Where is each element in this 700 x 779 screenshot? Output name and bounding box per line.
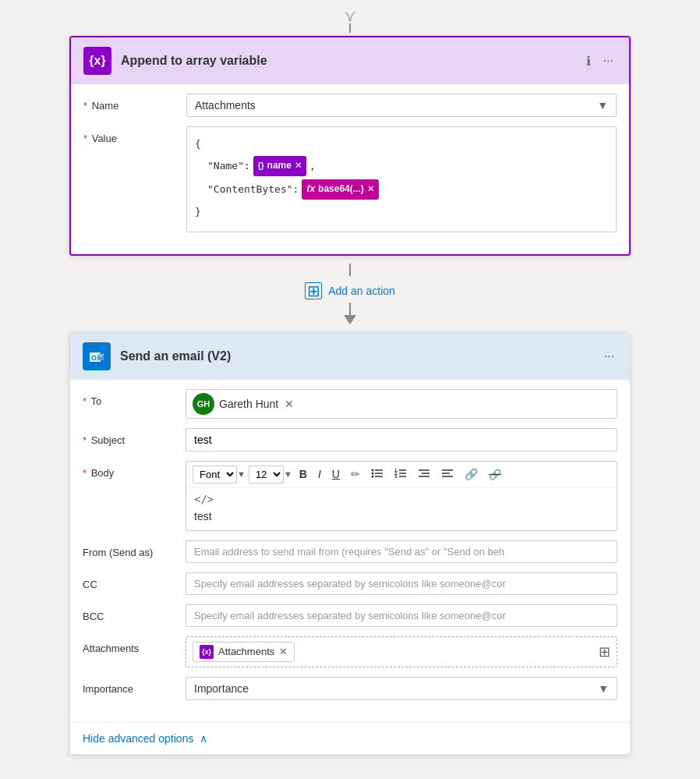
highlight-button[interactable]: ✏ — [347, 466, 364, 483]
editor-content[interactable]: test — [186, 507, 617, 530]
svg-text:O: O — [91, 354, 97, 362]
subject-input[interactable] — [186, 428, 617, 451]
subject-required-star: * — [83, 434, 87, 446]
add-action-button[interactable]: ⊞ Add an action — [305, 282, 395, 299]
append-more-button[interactable]: ··· — [600, 51, 617, 71]
value-line-name: "Name": {} name ✕ , — [195, 156, 608, 176]
append-card-body: * Name Attachments ▼ * Value — [71, 84, 629, 254]
name-token-close[interactable]: ✕ — [295, 158, 302, 174]
avatar-initials: GH — [197, 399, 210, 409]
email-card-actions: ··· — [601, 346, 617, 366]
body-field-row: * Body Font ▼ 12 ▼ — [83, 461, 617, 531]
numbered-list-icon: 1.2.3. — [394, 467, 407, 480]
to-input-area[interactable]: GH Gareth Hunt ✕ — [186, 389, 617, 419]
attachment-grid-icon[interactable]: ⊞ — [599, 643, 610, 660]
subject-field-input — [186, 428, 617, 451]
name-label: * Name — [83, 94, 177, 112]
from-field-row: From (Send as) Email address to send mai… — [83, 540, 617, 563]
font-size-select[interactable]: 12 — [249, 466, 284, 483]
cc-placeholder: Specify email addresses separated by sem… — [194, 578, 506, 590]
content-token-text: base64(...) — [318, 181, 364, 198]
connector-line-1 — [349, 264, 351, 276]
append-card-header: {x} Append to array variable ℹ ··· — [71, 37, 629, 84]
unlink-button[interactable]: 🔗 — [485, 466, 505, 483]
fork-connector-icon: ⋎ — [344, 8, 356, 25]
attachment-token: {x} Attachments ✕ — [193, 642, 295, 662]
cc-field-row: CC Specify email addresses separated by … — [83, 572, 617, 595]
bulleted-list-button[interactable] — [367, 465, 387, 484]
underline-button[interactable]: U — [328, 466, 344, 483]
add-action-label: Add an action — [328, 285, 395, 297]
subject-label: * Subject — [83, 428, 176, 446]
attachments-label: Attachments — [83, 636, 176, 654]
brace-open: { — [195, 135, 201, 153]
indent-left-button[interactable] — [414, 465, 434, 484]
attachments-field-input: {x} Attachments ✕ ⊞ — [186, 636, 617, 667]
indent-right-button[interactable] — [437, 465, 458, 484]
bold-button[interactable]: B — [295, 466, 311, 483]
font-select[interactable]: Font — [193, 466, 237, 483]
svg-point-10 — [371, 475, 373, 477]
svg-point-8 — [371, 472, 373, 474]
attachment-remove-button[interactable]: ✕ — [279, 646, 288, 657]
attachments-input[interactable]: {x} Attachments ✕ ⊞ — [186, 636, 617, 667]
link-button[interactable]: 🔗 — [461, 466, 482, 483]
bcc-placeholder: Specify email addresses separated by sem… — [194, 610, 506, 621]
recipient-avatar: GH — [193, 393, 214, 415]
name-token-icon: {} — [258, 159, 264, 173]
value-box[interactable]: { "Name": {} name ✕ , "Conte — [186, 126, 617, 232]
name-required-star: * — [83, 100, 87, 112]
body-editor[interactable]: Font ▼ 12 ▼ B I U ✏ — [186, 461, 617, 531]
brace-close: } — [195, 203, 201, 221]
cc-field-input: Specify email addresses separated by sem… — [186, 572, 617, 595]
body-label: * Body — [83, 461, 176, 479]
add-action-section: ⊞ Add an action — [305, 264, 395, 324]
append-card-title: Append to array variable — [121, 54, 574, 68]
name-key: "Name": — [207, 157, 250, 175]
name-dropdown-arrow: ▼ — [597, 99, 608, 112]
content-token-close[interactable]: ✕ — [367, 182, 374, 197]
name-comma: , — [309, 157, 316, 175]
name-dropdown[interactable]: Attachments ▼ — [186, 94, 617, 117]
value-required-star: * — [83, 133, 87, 144]
content-token[interactable]: fx base64(...) ✕ — [302, 179, 378, 200]
name-token[interactable]: {} name ✕ — [253, 156, 306, 176]
from-label: From (Send as) — [83, 540, 176, 558]
importance-dropdown-value: Importance — [194, 682, 249, 695]
connector-line-2 — [349, 303, 351, 315]
name-dropdown-value: Attachments — [195, 99, 256, 112]
content-key: "ContentBytes": — [207, 180, 299, 198]
append-info-button[interactable]: ℹ — [583, 51, 594, 72]
numbered-list-button[interactable]: 1.2.3. — [391, 465, 411, 484]
body-required-star: * — [83, 467, 87, 479]
value-line-open: { — [195, 135, 608, 153]
importance-field-row: Importance Importance ▼ — [83, 677, 617, 700]
hide-advanced-label: Hide advanced options — [83, 732, 193, 745]
from-input[interactable]: Email address to send mail from (require… — [186, 540, 617, 563]
italic-button[interactable]: I — [314, 466, 325, 483]
editor-code-indicator: </> — [186, 488, 617, 507]
hide-advanced-button[interactable]: Hide advanced options ∧ — [70, 722, 630, 754]
font-size-arrow: ▼ — [284, 469, 292, 479]
recipient-name: Gareth Hunt — [219, 398, 278, 410]
bcc-field-input: Specify email addresses separated by sem… — [186, 604, 617, 627]
add-action-icon: ⊞ — [305, 282, 322, 299]
to-label: * To — [83, 389, 176, 407]
cc-input[interactable]: Specify email addresses separated by sem… — [186, 572, 617, 595]
bcc-input[interactable]: Specify email addresses separated by sem… — [186, 604, 617, 627]
cc-label: CC — [83, 572, 176, 590]
importance-field-input: Importance ▼ — [186, 677, 617, 700]
to-required-star: * — [83, 395, 87, 407]
importance-dropdown[interactable]: Importance ▼ — [186, 677, 617, 700]
value-line-content: "ContentBytes": fx base64(...) ✕ — [195, 179, 608, 200]
attachment-token-name: Attachments — [218, 646, 274, 657]
importance-dropdown-arrow: ▼ — [598, 682, 609, 695]
email-more-button[interactable]: ··· — [601, 346, 617, 366]
recipient-remove-button[interactable]: ✕ — [285, 398, 294, 410]
attachment-token-icon: {x} — [200, 645, 214, 659]
recipient-chip: GH Gareth Hunt ✕ — [193, 393, 294, 415]
value-field-input: { "Name": {} name ✕ , "Conte — [186, 126, 617, 232]
send-email-card: O Send an email (V2) ··· * To — [69, 332, 631, 755]
svg-point-6 — [371, 469, 373, 471]
to-field-row: * To GH Gareth Hunt ✕ — [83, 389, 617, 419]
